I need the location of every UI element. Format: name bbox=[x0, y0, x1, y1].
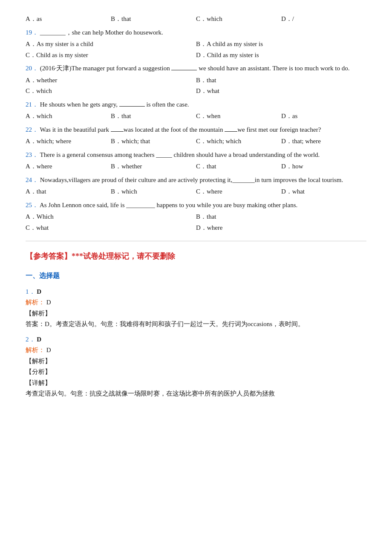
option-21-d: D．as bbox=[281, 111, 366, 122]
question-21: 21． He shouts when he gets angry, is oft… bbox=[26, 99, 366, 122]
option-21-b: B．that bbox=[111, 111, 196, 122]
question-19: 19． ________，she can help Mother do hous… bbox=[26, 27, 366, 61]
option-25-a: A．Which bbox=[26, 211, 196, 223]
option-22-c: C．which; which bbox=[196, 136, 281, 147]
option-25-b: B．that bbox=[196, 211, 366, 223]
option-22-d: D．that; where bbox=[281, 136, 366, 147]
question-20-options: A．whether B．that C．which D．what bbox=[26, 75, 366, 97]
question-19-text: 19． ________，she can help Mother do hous… bbox=[26, 27, 366, 38]
question-24: 24． Nowadays,villagers are proud of thei… bbox=[26, 175, 366, 197]
option-22-a: A．which; where bbox=[26, 136, 111, 147]
option-a: A．as bbox=[26, 14, 111, 25]
section-divider bbox=[26, 241, 366, 241]
question-20-text: 20． (2016·天津)The manager put forward a s… bbox=[26, 63, 366, 74]
question-24-options: A．that B．which C．where D．what bbox=[26, 186, 366, 197]
option-23-b: B．whether bbox=[111, 161, 196, 172]
question-20: 20． (2016·天津)The manager put forward a s… bbox=[26, 63, 366, 97]
question-22-text: 22． Was it in the beautiful park was loc… bbox=[26, 124, 366, 136]
option-19-b: B．A child as my sister is bbox=[196, 39, 366, 50]
option-19-c: C．Child as is my sister bbox=[26, 50, 196, 61]
question-23-options: A．where B．whether C．that D．how bbox=[26, 161, 366, 172]
option-20-b: B．that bbox=[196, 75, 366, 86]
question-25: 25． As John Lennon once said, life is __… bbox=[26, 200, 366, 234]
option-24-a: A．that bbox=[26, 186, 111, 197]
option-24-c: C．where bbox=[196, 186, 281, 197]
question-21-text: 21． He shouts when he gets angry, is oft… bbox=[26, 99, 366, 110]
option-23-a: A．where bbox=[26, 161, 111, 172]
option-21-a: A．which bbox=[26, 111, 111, 122]
answer-section-title: 【参考答案】***试卷处理标记，请不要删除 bbox=[26, 250, 366, 263]
option-b: B．that bbox=[111, 14, 196, 25]
header-options-row: A．as B．that C．which D．/ bbox=[26, 14, 366, 25]
option-25-c: C．what bbox=[26, 223, 196, 234]
question-22: 22． Was it in the beautiful park was loc… bbox=[26, 124, 366, 147]
option-20-c: C．which bbox=[26, 86, 196, 97]
answer-1: 1． D 解析： D 【解析】 答案：D。考查定语从句。句意：我难得有时间和孩子… bbox=[26, 286, 366, 330]
option-20-a: A．whether bbox=[26, 75, 196, 86]
option-25-d: D．where bbox=[196, 223, 366, 234]
option-20-d: D．what bbox=[196, 86, 366, 97]
option-24-b: B．which bbox=[111, 186, 196, 197]
question-19-options: A．As my sister is a child B．A child as m… bbox=[26, 39, 366, 61]
answer-2: 2． D 解析： D 【解析】 【分析】 【详解】 考查定语从句。句意：抗疫之战… bbox=[26, 334, 366, 399]
option-22-b: B．which; that bbox=[111, 136, 196, 147]
option-c: C．which bbox=[196, 14, 281, 25]
question-25-options: A．Which B．that C．what D．where bbox=[26, 211, 366, 233]
question-21-options: A．which B．that C．when D．as bbox=[26, 111, 366, 122]
question-25-text: 25． As John Lennon once said, life is __… bbox=[26, 200, 366, 211]
option-d: D．/ bbox=[281, 14, 366, 25]
option-19-d: D．Child as my sister is bbox=[196, 50, 366, 61]
question-24-text: 24． Nowadays,villagers are proud of thei… bbox=[26, 175, 366, 186]
answer-1-detail: 答案：D。考查定语从句。句意：我难得有时间和孩子们一起过一天。先行词为occas… bbox=[26, 319, 366, 330]
option-24-d: D．what bbox=[281, 186, 366, 197]
question-22-options: A．which; where B．which; that C．which; wh… bbox=[26, 136, 366, 147]
option-21-c: C．when bbox=[196, 111, 281, 122]
option-19-a: A．As my sister is a child bbox=[26, 39, 196, 50]
option-23-d: D．how bbox=[281, 161, 366, 172]
answer-2-detail: 考查定语从句。句意：抗疫之战就像一场限时赛，在这场比赛中所有的医护人员都为拯救 bbox=[26, 388, 366, 399]
section-label: 一、选择题 bbox=[26, 270, 366, 281]
option-23-c: C．that bbox=[196, 161, 281, 172]
question-23: 23． There is a general consensus among t… bbox=[26, 150, 366, 172]
question-23-text: 23． There is a general consensus among t… bbox=[26, 150, 366, 161]
